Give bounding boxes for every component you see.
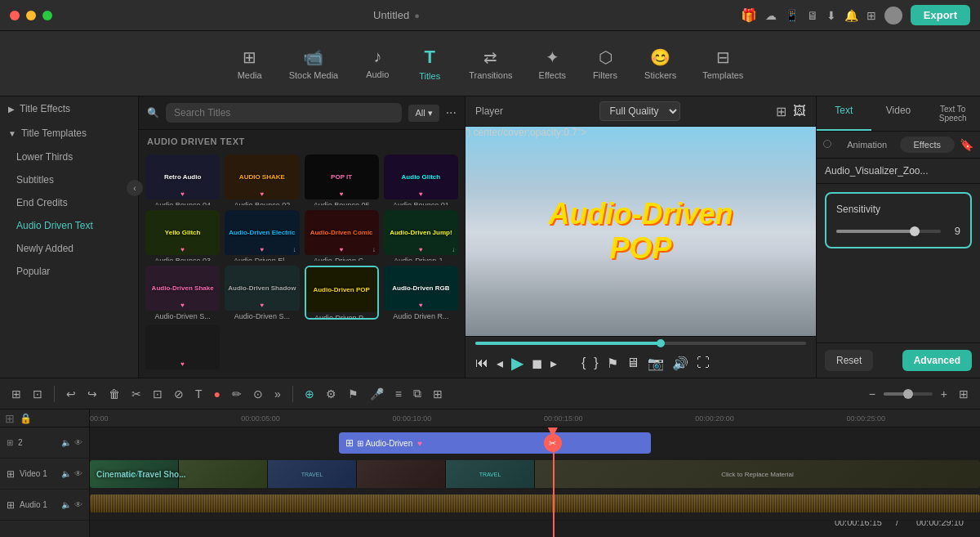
thumb-item-4[interactable]: Yello Glitch♥Audio Bounce 03 <box>145 210 220 261</box>
subtab-effects[interactable]: Effects <box>900 136 956 153</box>
traffic-light-red[interactable] <box>10 11 20 20</box>
grid-view-icon[interactable]: ⊞ <box>776 104 786 119</box>
lock-tracks-icon[interactable]: 🔒 <box>20 413 32 424</box>
skip-back-button[interactable]: ⏮ <box>475 356 488 370</box>
panel-item-audio-driven[interactable]: Audio Driven Text <box>0 214 138 237</box>
thumb-item-10[interactable]: Audio-Driven POPAudio Driven P... <box>305 266 379 320</box>
quality-select[interactable]: Full Quality <box>599 101 680 121</box>
next-frame-button[interactable]: ▸ <box>550 356 557 371</box>
section-title-effects[interactable]: ▶ Title Effects <box>0 96 138 121</box>
more-options-icon[interactable]: ··· <box>446 105 457 120</box>
toolbar-item-stickers[interactable]: 😊 Stickers <box>633 43 688 85</box>
download-icon-7[interactable]: ↓ <box>452 246 455 253</box>
thumb-item-5[interactable]: Audio-Driven Electric♥↓Audio Driven El..… <box>225 210 299 261</box>
toolbar-item-media[interactable]: ⊞ Media <box>225 43 274 85</box>
out-point-button[interactable]: } <box>594 356 598 370</box>
thumb-item-8[interactable]: Audio-Driven Shake♥Audio-Driven S... <box>145 266 220 320</box>
section-title-templates[interactable]: ▼ Title Templates <box>0 121 138 145</box>
image-icon[interactable]: 🖼 <box>793 104 806 119</box>
flag-tl-btn[interactable]: ⚑ <box>345 384 362 404</box>
heart-icon-8[interactable]: ♥ <box>180 302 185 309</box>
text-btn[interactable]: T <box>192 384 206 404</box>
reset-button[interactable]: Reset <box>825 350 873 371</box>
video1-speaker[interactable]: 🔈 <box>61 469 71 478</box>
prev-frame-button[interactable]: ◂ <box>497 356 503 371</box>
heart-icon-2[interactable]: ♥ <box>340 190 344 198</box>
in-point-button[interactable]: { <box>581 356 586 370</box>
track2-eye[interactable]: 👁 <box>74 438 82 447</box>
play-button[interactable]: ▶ <box>511 353 523 373</box>
traffic-light-yellow[interactable] <box>26 11 36 20</box>
layer-btn[interactable]: ≡ <box>392 384 405 404</box>
video1-eye[interactable]: 👁 <box>74 469 82 478</box>
tab-video[interactable]: Video <box>871 96 926 131</box>
thumb-item-1[interactable]: AUDIO SHAKE♥Audio Bounce 02 <box>225 154 299 205</box>
toolbar-item-audio[interactable]: ♪ Audio <box>353 43 402 84</box>
panel-item-newly-added[interactable]: Newly Added <box>0 237 138 260</box>
zoom-out-btn[interactable]: − <box>866 384 879 404</box>
track2-speaker[interactable]: 🔈 <box>61 438 71 447</box>
thumb-item-2[interactable]: POP IT♥Audio Bounce 05 <box>305 154 379 205</box>
progress-bar[interactable] <box>475 342 806 345</box>
download-icon-6[interactable]: ↓ <box>372 246 376 253</box>
redo-btn[interactable]: ↪ <box>84 384 100 404</box>
more-btn[interactable]: » <box>271 384 284 404</box>
more-tl-btn[interactable]: ⊞ <box>956 384 972 404</box>
record-btn[interactable]: ⊕ <box>301 384 318 404</box>
lock-btn[interactable]: ⊞ <box>430 384 446 404</box>
heart-icon-3[interactable]: ♥ <box>419 190 423 198</box>
audio-strip-btn[interactable]: ● <box>211 384 224 404</box>
heart-icon-11[interactable]: ♥ <box>419 302 423 309</box>
heart-icon-7[interactable]: ♥ <box>419 246 423 253</box>
audio-driven-clip[interactable]: ⊞ ⊞ Audio-Driven ♥ <box>339 432 651 454</box>
heart-icon-9[interactable]: ♥ <box>261 302 265 309</box>
undo-btn[interactable]: ↩ <box>63 384 79 404</box>
magnet-btn[interactable]: ⊡ <box>29 384 46 404</box>
tab-tts[interactable]: Text To Speech <box>925 96 980 131</box>
thumb-item-12[interactable]: ♥ <box>145 324 220 373</box>
split-view-btn[interactable]: ⊞ <box>8 384 24 404</box>
toolbar-item-stock[interactable]: 📹 Stock Media <box>278 43 350 85</box>
stop-button[interactable]: ◼ <box>532 356 542 371</box>
subtab-animation[interactable]: Animation <box>840 136 895 153</box>
split-btn[interactable]: ⊘ <box>171 384 187 404</box>
fullscreen-button[interactable]: ⛶ <box>697 356 710 370</box>
heart-icon-6[interactable]: ♥ <box>340 246 344 253</box>
thumb-item-11[interactable]: Audio-Driven RGB♥Audio Driven R... <box>384 266 458 320</box>
audio1-eye[interactable]: 👁 <box>74 500 82 509</box>
thumb-item-6[interactable]: Audio-Driven Comic♥↓Audio-Driven C... <box>305 210 379 261</box>
advanced-button[interactable]: Advanced <box>902 350 972 371</box>
snapshot-button[interactable]: 📷 <box>648 356 664 371</box>
heart-icon-5[interactable]: ♥ <box>261 246 265 253</box>
flag-button[interactable]: ⚑ <box>607 356 618 371</box>
panel-item-popular[interactable]: Popular <box>0 260 138 283</box>
collapse-arrow[interactable]: ‹ <box>127 180 139 196</box>
download-icon-5[interactable]: ↓ <box>293 246 296 253</box>
crop-btn[interactable]: ⊡ <box>149 384 166 404</box>
mic-btn[interactable]: 🎤 <box>367 384 387 404</box>
audio1-speaker[interactable]: 🔈 <box>61 500 71 509</box>
thumb-item-7[interactable]: Audio-Driven Jump!♥↓Audio-Driven J... <box>384 210 458 261</box>
cut-btn[interactable]: ✂ <box>128 384 145 404</box>
tab-text[interactable]: Text <box>817 96 871 131</box>
mask-btn[interactable]: ⊙ <box>250 384 266 404</box>
sensitivity-slider[interactable] <box>836 230 941 233</box>
delete-btn[interactable]: 🗑 <box>105 384 123 404</box>
draw-btn[interactable]: ✏ <box>229 384 245 404</box>
filter-dropdown[interactable]: All ▾ <box>408 105 439 122</box>
thumb-item-9[interactable]: Audio-Driven Shadow♥Audio-Driven S... <box>225 266 299 320</box>
toolbar-item-effects[interactable]: ✦ Effects <box>528 43 577 85</box>
heart-icon-1[interactable]: ♥ <box>261 190 265 198</box>
panel-item-end-credits[interactable]: End Credits <box>0 191 138 214</box>
traffic-light-green[interactable] <box>42 11 52 20</box>
zoom-slider[interactable] <box>884 392 933 396</box>
heart-icon-0[interactable]: ♥ <box>180 190 185 198</box>
subtab-save-icon[interactable]: 🔖 <box>960 136 973 153</box>
toolbar-item-templates[interactable]: ⊟ Templates <box>691 43 755 85</box>
heart-icon-12[interactable]: ♥ <box>180 360 185 368</box>
add-track-icon[interactable]: ⊞ <box>5 412 15 425</box>
panel-item-subtitles[interactable]: Subtitles <box>0 168 138 191</box>
volume-button[interactable]: 🔊 <box>672 356 688 371</box>
search-input[interactable] <box>166 103 402 123</box>
toolbar-item-filters[interactable]: ⬡ Filters <box>581 43 630 85</box>
